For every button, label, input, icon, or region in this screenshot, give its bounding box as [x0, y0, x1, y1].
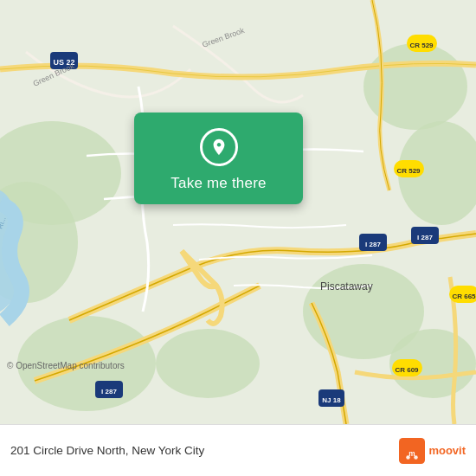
svg-text:CR 529: CR 529 — [409, 42, 434, 49]
svg-point-35 — [415, 455, 419, 460]
moovit-logo: m moovit — [399, 438, 466, 464]
svg-text:I 287: I 287 — [101, 388, 117, 396]
location-icon-wrap — [200, 128, 238, 166]
cta-card[interactable]: Take me there — [134, 113, 303, 204]
location-pin-icon — [209, 138, 228, 157]
svg-text:CR 665: CR 665 — [452, 293, 476, 300]
take-me-there-button-label: Take me there — [170, 175, 266, 192]
moovit-text: moovit — [428, 444, 466, 457]
svg-point-34 — [407, 455, 411, 460]
address-text: 201 Circle Drive North, New York City — [10, 444, 399, 457]
svg-text:NJ 18: NJ 18 — [322, 396, 341, 404]
osm-attribution: © OpenStreetMap contributors — [7, 361, 125, 370]
svg-text:Piscataway: Piscataway — [320, 280, 373, 293]
svg-point-8 — [156, 329, 260, 398]
svg-text:I 287: I 287 — [365, 241, 381, 248]
bottom-bar: 201 Circle Drive North, New York City m … — [0, 424, 476, 476]
svg-text:CR 609: CR 609 — [395, 366, 419, 374]
map-container: US 22 CR 529 CR 529 I 287 I 287 I 287 NJ… — [0, 0, 476, 424]
moovit-icon: m — [399, 438, 425, 464]
svg-text:I 287: I 287 — [417, 234, 433, 241]
svg-text:CR 529: CR 529 — [396, 167, 421, 175]
